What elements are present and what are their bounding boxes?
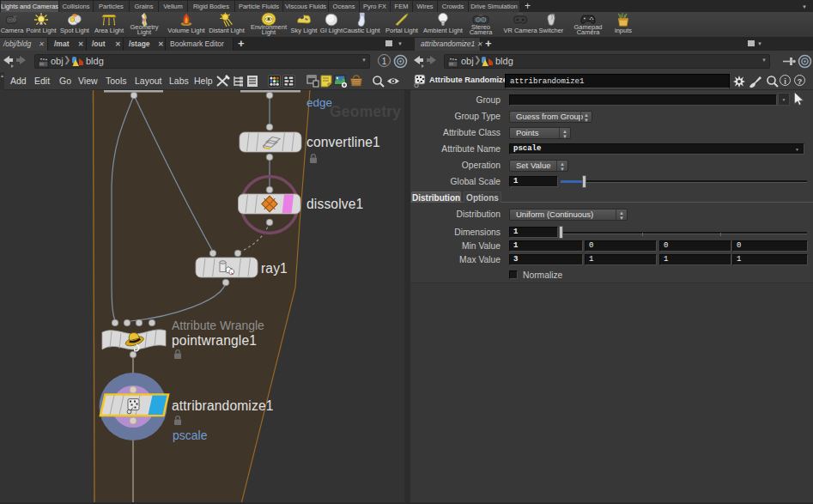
svg-text:pscale: pscale	[173, 428, 208, 442]
svg-text:attribrandomize1: attribrandomize1	[172, 398, 274, 413]
svg-text:Attribute Wrangle: Attribute Wrangle	[172, 319, 264, 332]
svg-text:convertline1: convertline1	[306, 135, 380, 149]
svg-text:ray1: ray1	[261, 261, 288, 276]
svg-text:pointwrangle1: pointwrangle1	[172, 333, 257, 348]
svg-text:Geometry: Geometry	[330, 103, 401, 120]
svg-text:edge: edge	[306, 96, 332, 109]
svg-text:dissolve1: dissolve1	[306, 197, 363, 211]
